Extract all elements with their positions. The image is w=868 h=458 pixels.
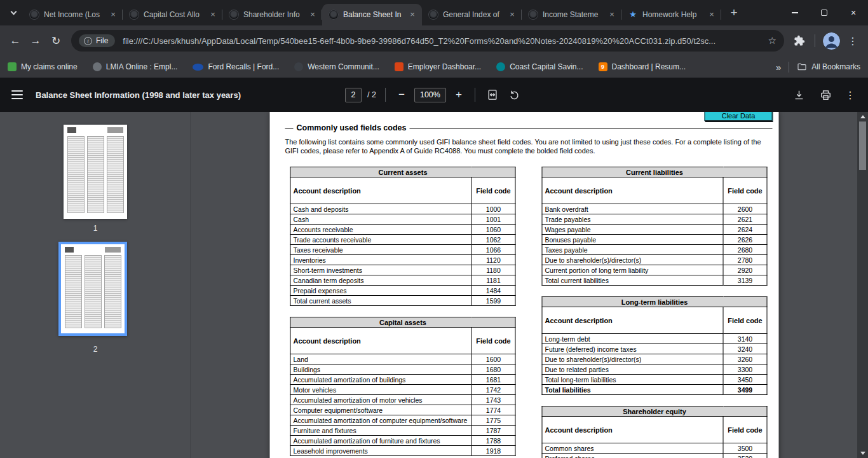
tab-close-icon[interactable]: × [108, 10, 118, 20]
bookmark-coast-capital-savin[interactable]: Coast Capital Savin... [496, 62, 583, 71]
tab-close-icon[interactable]: × [208, 10, 218, 20]
scrollbar-thumb[interactable] [859, 121, 866, 170]
tab-close-icon[interactable]: × [707, 10, 717, 20]
table-title-row: Capital assets [290, 317, 515, 328]
bookmark-star-icon[interactable]: ☆ [768, 35, 776, 46]
document-icon [329, 10, 339, 20]
account-description-cell: Accumulated amortization of furniture an… [290, 436, 471, 446]
bookmark-label: Ford Recalls | Ford... [208, 62, 279, 71]
table-row: Accumulated amortization of motor vehicl… [290, 395, 515, 405]
account-description-cell: Trade payables [542, 214, 723, 225]
table-row: Taxes payable2680 [542, 245, 767, 255]
tab-close-icon[interactable]: × [507, 10, 517, 20]
tab-close-icon[interactable]: × [308, 10, 318, 20]
window-minimize-button[interactable] [780, 0, 810, 25]
table-shareholder-equity: Shareholder equityAccount descriptionFie… [542, 406, 768, 458]
window-maximize-button[interactable] [810, 0, 839, 25]
document-icon [129, 10, 139, 20]
window-close-button[interactable]: × [839, 0, 868, 25]
bookmark-ford-recalls-ford[interactable]: Ford Recalls | Ford... [193, 62, 279, 71]
bookmarks-right-group: » All Bookmarks [776, 62, 860, 73]
vertical-scrollbar[interactable] [857, 112, 868, 458]
pdf-title: Balance Sheet Information (1998 and late… [36, 90, 241, 100]
column-header-field-code: Field code [723, 417, 767, 443]
bookmark-dashboard-resum[interactable]: 9Dashboard | Resum... [599, 62, 686, 71]
profile-avatar[interactable] [823, 32, 840, 50]
rotate-icon[interactable] [506, 87, 523, 103]
forward-button[interactable]: → [25, 31, 46, 51]
all-bookmarks-button[interactable]: All Bookmarks [797, 62, 860, 72]
field-code-cell: 1600 [471, 354, 515, 364]
table-title: Current liabilities [542, 167, 767, 177]
pdf-menu-kebab-icon[interactable]: ⋮ [844, 89, 857, 101]
page-1-thumbnail[interactable] [64, 125, 127, 219]
clear-data-button[interactable]: Clear Data [705, 112, 773, 121]
column-header-account-description: Account description [290, 328, 471, 354]
account-description-cell: Common shares [542, 443, 723, 454]
page-number-input[interactable]: 2 [345, 88, 362, 102]
account-description-cell: Wages payable [542, 225, 723, 235]
field-code-cell: 2780 [723, 255, 767, 265]
zoom-in-button[interactable]: + [452, 88, 466, 101]
account-description-cell: Accumulated amortization of motor vehicl… [290, 395, 471, 405]
bookmark-western-communit[interactable]: Western Communit... [294, 62, 379, 71]
browser-menu-kebab-icon[interactable]: ⋮ [843, 31, 863, 51]
tab-title: Shareholder Info [243, 10, 303, 19]
table-header-row: Account descriptionField code [290, 328, 515, 354]
table-row: Future (deferred) income taxes3240 [542, 344, 767, 354]
bookmarks-bar: My claims onlineLMIA Online : Empl...For… [0, 56, 868, 78]
tab-income-stateme[interactable]: Income Stateme× [522, 4, 621, 25]
print-icon[interactable] [817, 87, 834, 103]
field-code-cell: 1775 [471, 415, 515, 426]
table-title-row: Current liabilities [542, 167, 767, 177]
bookmark-lmia-online-empl[interactable]: LMIA Online : Empl... [93, 62, 178, 71]
pdf-toolbar: Balance Sheet Information (1998 and late… [0, 78, 868, 112]
column-header-account-description: Account description [542, 177, 723, 204]
tab-search-chevron-icon[interactable] [5, 4, 22, 21]
menu-icon[interactable] [11, 90, 23, 99]
tab-close-icon[interactable]: × [407, 10, 417, 20]
account-description-cell: Prepaid expenses [290, 286, 471, 296]
document-icon [528, 10, 538, 20]
table-title-row: Long-term liabilities [542, 297, 767, 307]
back-button[interactable]: ← [5, 31, 25, 51]
bookmark-employer-dashboar[interactable]: Employer Dashboar... [395, 62, 481, 71]
table-row: Bank overdraft2600 [542, 204, 767, 214]
tab-balance-sheet-in[interactable]: Balance Sheet In× [322, 4, 422, 25]
pdf-page: Clear Data Commonly used fields codes Th… [270, 112, 779, 458]
tab-capital-cost-allo[interactable]: Capital Cost Allo× [123, 4, 222, 25]
tab-title: Capital Cost Allo [144, 10, 203, 19]
fit-page-icon[interactable] [484, 87, 501, 103]
scroll-up-arrow-icon[interactable] [857, 112, 868, 121]
field-code-cell: 1120 [471, 255, 515, 265]
address-bar[interactable]: i File file:///C:/Users/khush/AppData/Lo… [71, 30, 784, 52]
zoom-level[interactable]: 100% [414, 88, 446, 102]
table-current-liabilities: Current liabilitiesAccount descriptionFi… [542, 167, 768, 286]
tab-shareholder-info[interactable]: Shareholder Info× [222, 4, 322, 25]
table-row: Accumulated amortization of furniture an… [290, 436, 515, 446]
bookmark-my-claims-online[interactable]: My claims online [8, 62, 78, 71]
scroll-down-arrow-icon[interactable] [857, 448, 868, 458]
table-row: Long-term debt3140 [542, 334, 767, 344]
page-2-preview [61, 244, 125, 333]
tab-close-icon[interactable]: × [607, 10, 617, 20]
bookmark-label: Employer Dashboar... [408, 62, 481, 71]
new-tab-button[interactable]: + [725, 4, 743, 22]
page-2-thumbnail[interactable] [58, 242, 127, 336]
bookmarks-overflow-icon[interactable]: » [776, 62, 781, 73]
account-description-cell: Due to shareholder(s)/director(s) [542, 354, 723, 364]
extensions-puzzle-icon[interactable] [789, 31, 810, 51]
download-icon[interactable] [790, 87, 807, 103]
document-viewport: Clear Data Commonly used fields codes Th… [191, 112, 857, 458]
file-scheme-chip[interactable]: i File [79, 34, 115, 47]
reload-button[interactable]: ↻ [46, 31, 66, 51]
account-description-cell: Leasehold improvements [290, 446, 471, 456]
minimize-icon [792, 12, 798, 13]
tab-homework-help[interactable]: ★Homework Help× [621, 4, 721, 25]
table-row: Short-term investments1180 [290, 265, 515, 275]
tab-net-income-los[interactable]: Net Income (Los× [23, 4, 123, 25]
zoom-out-button[interactable]: − [395, 88, 409, 101]
tab-general-index-of[interactable]: General Index of× [422, 4, 522, 25]
url-text[interactable]: file:///C:/Users/khush/AppData/Local/Tem… [123, 36, 761, 46]
account-description-cell: Due to related parties [542, 364, 723, 375]
